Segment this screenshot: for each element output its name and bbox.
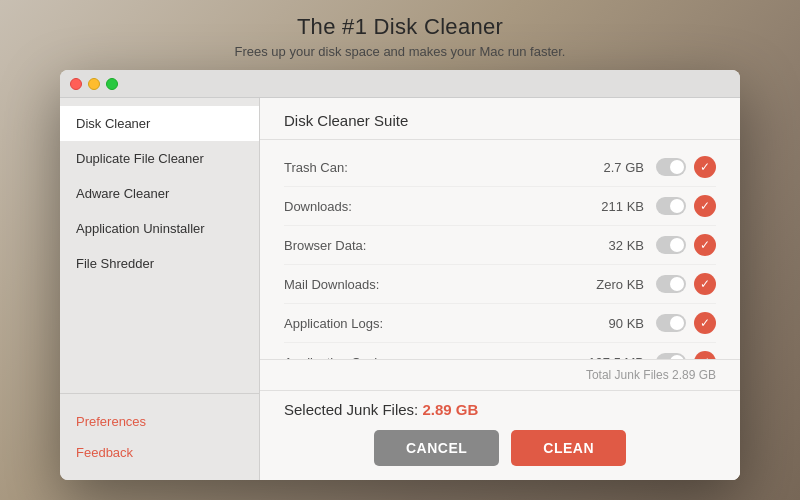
row-value: 32 KB: [574, 238, 644, 253]
row-value: 211 KB: [574, 199, 644, 214]
app-window: Disk Cleaner Duplicate File Cleaner Adwa…: [60, 70, 740, 480]
row-check[interactable]: ✓: [694, 234, 716, 256]
sidebar-item-uninstaller[interactable]: Application Uninstaller: [60, 211, 259, 246]
feedback-link[interactable]: Feedback: [60, 437, 259, 468]
row-check[interactable]: ✓: [694, 156, 716, 178]
sidebar-item-shredder[interactable]: File Shredder: [60, 246, 259, 281]
list-item: Trash Can: 2.7 GB ✓: [284, 148, 716, 187]
sidebar-item-duplicate[interactable]: Duplicate File Cleaner: [60, 141, 259, 176]
row-value: 2.7 GB: [574, 160, 644, 175]
sidebar-footer: Preferences Feedback: [60, 393, 259, 480]
sidebar-item-disk-cleaner[interactable]: Disk Cleaner: [60, 106, 259, 141]
sidebar-item-adware[interactable]: Adware Cleaner: [60, 176, 259, 211]
cancel-button[interactable]: CANCEL: [374, 430, 499, 466]
toggle-thumb: [670, 238, 684, 252]
row-check[interactable]: ✓: [694, 195, 716, 217]
main-header: Disk Cleaner Suite: [260, 98, 740, 140]
row-label: Trash Can:: [284, 160, 574, 175]
row-label: Downloads:: [284, 199, 574, 214]
row-toggle[interactable]: [656, 275, 686, 293]
toggle-thumb: [670, 277, 684, 291]
row-check[interactable]: ✓: [694, 312, 716, 334]
footer-section: Selected Junk Files: 2.89 GB CANCEL CLEA…: [260, 390, 740, 480]
main-content: Disk Cleaner Suite Trash Can: 2.7 GB ✓ D…: [260, 98, 740, 480]
list-item: Downloads: 211 KB ✓: [284, 187, 716, 226]
toggle-thumb: [670, 160, 684, 174]
maximize-button[interactable]: [106, 78, 118, 90]
selected-label: Selected Junk Files:: [284, 401, 418, 418]
row-label: Mail Downloads:: [284, 277, 574, 292]
row-toggle[interactable]: [656, 353, 686, 359]
action-buttons: CANCEL CLEAN: [284, 430, 716, 466]
row-label: Application Logs:: [284, 316, 574, 331]
row-value: Zero KB: [574, 277, 644, 292]
total-row: Total Junk Files 2.89 GB: [260, 359, 740, 390]
page-title: The #1 Disk Cleaner: [0, 14, 800, 40]
app-body: Disk Cleaner Duplicate File Cleaner Adwa…: [60, 98, 740, 480]
row-toggle[interactable]: [656, 197, 686, 215]
main-title: Disk Cleaner Suite: [284, 112, 716, 129]
list-item: Application Logs: 90 KB ✓: [284, 304, 716, 343]
minimize-button[interactable]: [88, 78, 100, 90]
list-item: Browser Data: 32 KB ✓: [284, 226, 716, 265]
selected-value: 2.89 GB: [422, 401, 478, 418]
preferences-link[interactable]: Preferences: [60, 406, 259, 437]
clean-button[interactable]: CLEAN: [511, 430, 626, 466]
page-header: The #1 Disk Cleaner Frees up your disk s…: [0, 0, 800, 59]
close-button[interactable]: [70, 78, 82, 90]
row-label: Browser Data:: [284, 238, 574, 253]
list-item: Application Caches: 197.5 MB ✓: [284, 343, 716, 359]
row-toggle[interactable]: [656, 158, 686, 176]
sidebar-nav: Disk Cleaner Duplicate File Cleaner Adwa…: [60, 106, 259, 393]
title-bar: [60, 70, 740, 98]
items-list: Trash Can: 2.7 GB ✓ Downloads: 211 KB ✓ …: [260, 140, 740, 359]
selected-info: Selected Junk Files: 2.89 GB: [284, 401, 716, 418]
row-value: 90 KB: [574, 316, 644, 331]
list-item: Mail Downloads: Zero KB ✓: [284, 265, 716, 304]
row-check[interactable]: ✓: [694, 273, 716, 295]
sidebar: Disk Cleaner Duplicate File Cleaner Adwa…: [60, 98, 260, 480]
row-toggle[interactable]: [656, 236, 686, 254]
row-toggle[interactable]: [656, 314, 686, 332]
toggle-thumb: [670, 355, 684, 359]
row-check[interactable]: ✓: [694, 351, 716, 359]
toggle-thumb: [670, 199, 684, 213]
toggle-thumb: [670, 316, 684, 330]
traffic-lights: [70, 78, 118, 90]
page-subtitle: Frees up your disk space and makes your …: [0, 44, 800, 59]
